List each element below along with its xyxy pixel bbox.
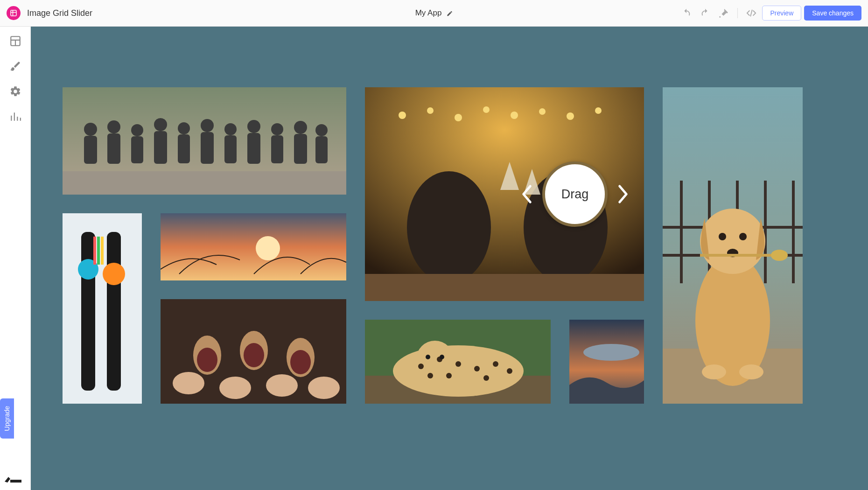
app-name: My App [415, 8, 442, 18]
divider [737, 8, 738, 18]
svg-point-54 [567, 112, 574, 120]
svg-point-56 [407, 171, 491, 283]
code-icon[interactable] [743, 5, 759, 21]
svg-rect-11 [154, 131, 167, 164]
app-name-wrap: My App [415, 8, 453, 18]
svg-point-42 [290, 350, 311, 374]
svg-point-48 [399, 112, 406, 119]
grid-column-b: Drag [365, 87, 644, 404]
page-title: Image Grid Slider [27, 8, 92, 18]
svg-point-50 [455, 114, 462, 121]
svg-point-65 [455, 361, 461, 367]
drag-handle[interactable]: Drag [542, 161, 608, 227]
preview-button[interactable]: Preview [762, 6, 801, 21]
image-skis-goggles[interactable] [63, 213, 142, 404]
svg-rect-58 [365, 274, 644, 301]
svg-point-69 [446, 373, 452, 378]
redo-icon[interactable] [697, 5, 713, 21]
grid-column-a [63, 87, 346, 404]
brand-logo[interactable] [7, 6, 21, 20]
topbar: Image Grid Slider My App Preview Save ch… [0, 0, 868, 27]
image-airplane-sunset[interactable] [569, 320, 644, 404]
analytics-icon[interactable] [9, 111, 21, 123]
svg-point-53 [539, 108, 546, 115]
svg-point-12 [178, 122, 190, 134]
svg-point-35 [256, 236, 280, 260]
layout-icon[interactable] [9, 35, 21, 47]
drag-label: Drag [561, 187, 589, 202]
svg-point-16 [224, 123, 237, 135]
svg-rect-3 [63, 171, 346, 195]
svg-rect-25 [315, 136, 328, 163]
svg-point-70 [427, 373, 433, 378]
svg-point-41 [244, 343, 264, 367]
svg-point-51 [483, 106, 490, 113]
gear-icon[interactable] [9, 85, 21, 98]
image-grid: Drag [63, 87, 841, 404]
image-golden-retriever[interactable] [663, 87, 803, 404]
svg-rect-31 [93, 237, 96, 265]
canvas-area: Drag [31, 27, 868, 490]
brush-icon[interactable] [9, 60, 21, 72]
svg-point-67 [493, 361, 498, 367]
svg-point-62 [416, 341, 454, 378]
chevron-right-icon[interactable] [616, 184, 630, 204]
svg-point-10 [154, 118, 167, 131]
svg-point-22 [294, 121, 307, 134]
svg-point-71 [483, 375, 489, 381]
svg-rect-17 [224, 135, 237, 163]
svg-rect-19 [247, 133, 260, 164]
corner-mascot-icon[interactable] [4, 471, 22, 483]
svg-point-80 [719, 233, 726, 240]
svg-rect-21 [271, 135, 283, 163]
image-group-photo[interactable] [63, 87, 346, 195]
svg-point-81 [739, 233, 747, 240]
image-leopard[interactable] [365, 320, 551, 404]
slider-drag-control[interactable]: Drag [520, 161, 630, 227]
svg-point-72 [426, 355, 430, 359]
svg-point-30 [103, 263, 125, 285]
svg-point-46 [308, 377, 340, 399]
svg-point-14 [201, 119, 214, 132]
image-wine-toast[interactable] [161, 299, 346, 404]
svg-point-55 [595, 107, 602, 114]
upgrade-button[interactable]: Upgrade [0, 399, 14, 439]
svg-rect-34 [161, 213, 346, 280]
svg-rect-5 [84, 136, 97, 164]
svg-point-43 [173, 372, 204, 394]
svg-point-79 [700, 209, 765, 274]
svg-point-52 [511, 112, 518, 119]
svg-rect-27 [81, 232, 95, 391]
svg-point-49 [427, 107, 434, 114]
save-changes-button[interactable]: Save changes [804, 6, 861, 21]
svg-point-66 [474, 366, 480, 371]
svg-point-44 [219, 377, 251, 399]
chevron-left-icon[interactable] [520, 184, 534, 204]
svg-rect-28 [107, 232, 121, 391]
svg-point-63 [418, 364, 424, 369]
svg-rect-33 [101, 237, 104, 265]
svg-rect-7 [107, 133, 120, 164]
svg-point-18 [247, 120, 260, 133]
svg-point-4 [84, 123, 97, 136]
svg-point-75 [583, 344, 639, 361]
topbar-actions: Preview Save changes [679, 5, 861, 21]
svg-point-68 [507, 368, 512, 374]
svg-point-85 [739, 364, 763, 379]
undo-icon[interactable] [679, 5, 694, 21]
edit-app-name-icon[interactable] [446, 10, 453, 16]
svg-point-24 [315, 124, 328, 136]
svg-point-6 [107, 120, 120, 133]
hammer-icon[interactable] [716, 5, 732, 21]
svg-point-45 [266, 374, 298, 397]
image-sunset-branches[interactable] [161, 213, 346, 280]
svg-point-20 [271, 123, 283, 135]
svg-rect-32 [97, 237, 100, 265]
svg-rect-13 [178, 134, 190, 163]
image-dinner-party[interactable]: Drag [365, 87, 644, 301]
svg-point-8 [131, 124, 143, 136]
svg-rect-9 [131, 136, 143, 163]
svg-rect-0 [11, 10, 16, 16]
svg-point-73 [440, 355, 444, 359]
svg-point-84 [702, 364, 726, 379]
